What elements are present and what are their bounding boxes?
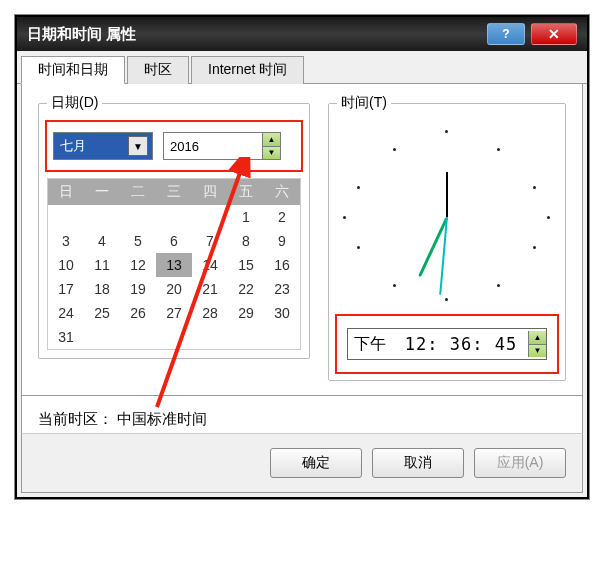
calendar-cell[interactable]: 28 xyxy=(192,301,228,325)
year-up-button[interactable]: ▲ xyxy=(262,133,280,147)
calendar-cell[interactable]: 21 xyxy=(192,277,228,301)
timezone-label: 当前时区： xyxy=(38,410,113,427)
calendar-cell xyxy=(120,325,156,349)
calendar-cell xyxy=(156,205,192,229)
weekday-sun: 日 xyxy=(48,179,84,205)
calendar-row: 24252627282930 xyxy=(48,301,300,325)
datetime-properties-window: 日期和时间 属性 ? ✕ 时间和日期 时区 Internet 时间 日期(D) xyxy=(15,15,589,499)
calendar-cell xyxy=(156,325,192,349)
calendar-cell[interactable]: 18 xyxy=(84,277,120,301)
weekday-sat: 六 xyxy=(264,179,300,205)
close-button[interactable]: ✕ xyxy=(531,23,577,45)
weekday-fri: 五 xyxy=(228,179,264,205)
calendar-cell[interactable]: 22 xyxy=(228,277,264,301)
help-button[interactable]: ? xyxy=(487,23,525,45)
year-down-button[interactable]: ▼ xyxy=(262,147,280,160)
weekday-wed: 三 xyxy=(156,179,192,205)
weekday-mon: 一 xyxy=(84,179,120,205)
time-digits: 12: 36: 45 xyxy=(405,334,517,354)
calendar-cell[interactable]: 2 xyxy=(264,205,300,229)
weekday-tue: 二 xyxy=(120,179,156,205)
calendar-cell[interactable]: 7 xyxy=(192,229,228,253)
tab-internet-time[interactable]: Internet 时间 xyxy=(191,56,304,84)
calendar-cell[interactable]: 15 xyxy=(228,253,264,277)
calendar-cell[interactable]: 16 xyxy=(264,253,300,277)
calendar-cell[interactable]: 11 xyxy=(84,253,120,277)
dialog-button-row: 确定 取消 应用(A) xyxy=(21,433,583,493)
ok-button[interactable]: 确定 xyxy=(270,448,362,478)
calendar: 日 一 二 三 四 五 六 12345678910111213141516171… xyxy=(47,178,301,350)
calendar-cell[interactable]: 6 xyxy=(156,229,192,253)
analog-clock xyxy=(337,126,557,306)
time-spinner-highlight: 下午 12: 36: 45 ▲ ▼ xyxy=(337,316,557,372)
calendar-cell[interactable]: 3 xyxy=(48,229,84,253)
calendar-cell[interactable]: 30 xyxy=(264,301,300,325)
time-ampm: 下午 xyxy=(354,334,386,355)
current-timezone-row: 当前时区： 中国标准时间 xyxy=(21,396,583,433)
window-title: 日期和时间 属性 xyxy=(27,25,136,44)
calendar-cell[interactable]: 31 xyxy=(48,325,84,349)
calendar-header-row: 日 一 二 三 四 五 六 xyxy=(48,179,300,205)
timezone-value: 中国标准时间 xyxy=(117,410,207,427)
calendar-cell xyxy=(228,325,264,349)
tab-datetime-panel: 日期(D) 七月 ▼ 2016 ▲ ▼ xyxy=(21,84,583,396)
time-groupbox: 时间(T) xyxy=(328,94,566,381)
calendar-row: 31 xyxy=(48,325,300,349)
calendar-row: 3456789 xyxy=(48,229,300,253)
calendar-cell xyxy=(192,205,228,229)
date-group-label: 日期(D) xyxy=(47,94,102,112)
month-dropdown[interactable]: 七月 ▼ xyxy=(53,132,153,160)
chevron-down-icon: ▼ xyxy=(128,136,148,156)
weekday-thu: 四 xyxy=(192,179,228,205)
calendar-cell xyxy=(120,205,156,229)
calendar-cell[interactable]: 20 xyxy=(156,277,192,301)
clock-hour-hand xyxy=(446,172,448,217)
calendar-cell[interactable]: 10 xyxy=(48,253,84,277)
tab-strip: 时间和日期 时区 Internet 时间 xyxy=(17,51,587,84)
calendar-cell[interactable]: 23 xyxy=(264,277,300,301)
calendar-cell[interactable]: 24 xyxy=(48,301,84,325)
calendar-cell[interactable]: 4 xyxy=(84,229,120,253)
calendar-cell[interactable]: 19 xyxy=(120,277,156,301)
calendar-cell[interactable]: 17 xyxy=(48,277,84,301)
calendar-row: 12 xyxy=(48,205,300,229)
calendar-row: 10111213141516 xyxy=(48,253,300,277)
calendar-cell[interactable]: 25 xyxy=(84,301,120,325)
tab-datetime[interactable]: 时间和日期 xyxy=(21,56,125,84)
calendar-cell[interactable]: 13 xyxy=(156,253,192,277)
calendar-cell[interactable]: 5 xyxy=(120,229,156,253)
calendar-cell[interactable]: 14 xyxy=(192,253,228,277)
time-up-button[interactable]: ▲ xyxy=(528,331,546,345)
calendar-cell[interactable]: 8 xyxy=(228,229,264,253)
close-icon: ✕ xyxy=(548,26,560,42)
calendar-cell xyxy=(84,325,120,349)
help-icon: ? xyxy=(502,27,509,41)
time-down-button[interactable]: ▼ xyxy=(528,345,546,358)
time-group-label: 时间(T) xyxy=(337,94,391,112)
titlebar: 日期和时间 属性 ? ✕ xyxy=(17,17,587,51)
month-year-selector-highlight: 七月 ▼ 2016 ▲ ▼ xyxy=(47,122,301,170)
calendar-cell[interactable]: 29 xyxy=(228,301,264,325)
time-spinner[interactable]: 下午 12: 36: 45 ▲ ▼ xyxy=(347,328,547,360)
apply-button[interactable]: 应用(A) xyxy=(474,448,566,478)
calendar-cell xyxy=(192,325,228,349)
calendar-cell xyxy=(264,325,300,349)
calendar-cell[interactable]: 1 xyxy=(228,205,264,229)
month-dropdown-value: 七月 xyxy=(60,137,86,155)
calendar-cell[interactable]: 27 xyxy=(156,301,192,325)
tab-timezone[interactable]: 时区 xyxy=(127,56,189,84)
calendar-cell xyxy=(48,205,84,229)
cancel-button[interactable]: 取消 xyxy=(372,448,464,478)
calendar-cell xyxy=(84,205,120,229)
date-groupbox: 日期(D) 七月 ▼ 2016 ▲ ▼ xyxy=(38,94,310,359)
year-value: 2016 xyxy=(170,139,199,154)
calendar-cell[interactable]: 12 xyxy=(120,253,156,277)
calendar-row: 17181920212223 xyxy=(48,277,300,301)
calendar-cell[interactable]: 26 xyxy=(120,301,156,325)
calendar-cell[interactable]: 9 xyxy=(264,229,300,253)
year-spinner[interactable]: 2016 ▲ ▼ xyxy=(163,132,281,160)
